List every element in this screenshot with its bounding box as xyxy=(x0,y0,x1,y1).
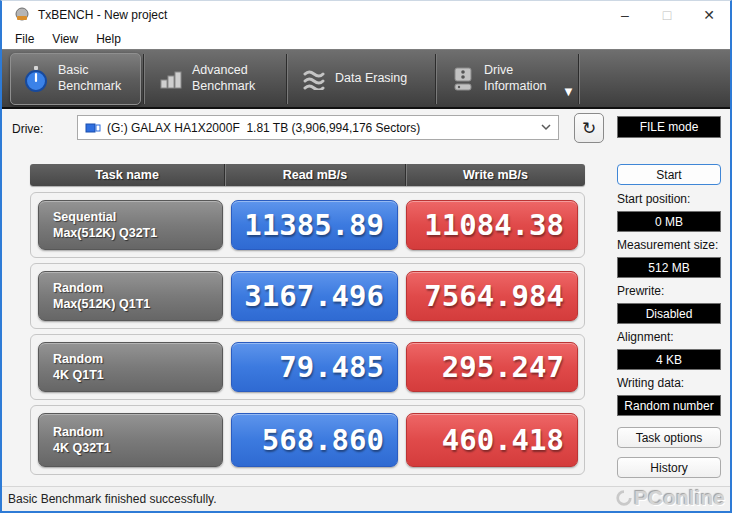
tab-label: Basic Benchmark xyxy=(58,63,128,94)
writing-data-value[interactable]: Random number xyxy=(617,395,721,416)
prewrite-label: Prewrite: xyxy=(617,284,721,298)
header-read: Read mB/s xyxy=(224,164,405,186)
toolbar-separator xyxy=(286,54,288,104)
alignment-value[interactable]: 4 KB xyxy=(617,349,721,370)
window-title: TxBENCH - New project xyxy=(38,8,167,22)
read-value: 568.860 xyxy=(231,413,398,467)
menu-bar: File View Help xyxy=(2,29,730,49)
header-task-name: Task name xyxy=(30,164,224,186)
tab-label: Advanced Benchmark xyxy=(192,63,272,94)
write-value: 460.418 xyxy=(406,413,578,467)
tab-basic-benchmark[interactable]: Basic Benchmark xyxy=(10,53,141,105)
results-table-header: Task name Read mB/s Write mB/s xyxy=(30,164,585,186)
task-name-line2: 4K Q1T1 xyxy=(53,367,222,383)
measurement-size-label: Measurement size: xyxy=(617,238,721,252)
stopwatch-icon xyxy=(23,66,49,92)
app-icon xyxy=(14,7,30,23)
bar-chart-icon xyxy=(159,67,183,91)
file-mode-label: FILE mode xyxy=(640,120,699,134)
tab-advanced-benchmark[interactable]: Advanced Benchmark xyxy=(147,53,284,105)
refresh-icon: ↻ xyxy=(582,118,596,139)
task-name-line2: Max(512K) Q32T1 xyxy=(53,225,222,241)
write-value: 11084.38 xyxy=(406,200,578,250)
window-controls: – □ ✕ xyxy=(604,1,730,29)
table-row: Random 4K Q32T1 568.860 460.418 xyxy=(30,405,585,475)
history-button[interactable]: History xyxy=(617,457,721,478)
pconline-watermark: PConline xyxy=(615,486,725,510)
write-value: 7564.984 xyxy=(406,271,578,321)
task-name-line2: 4K Q32T1 xyxy=(53,440,222,456)
close-icon[interactable]: ✕ xyxy=(688,1,730,29)
task-name-line2: Max(512K) Q1T1 xyxy=(53,296,222,312)
refresh-button[interactable]: ↻ xyxy=(574,113,604,143)
task-button-sequential-512k-q32t1[interactable]: Sequential Max(512K) Q32T1 xyxy=(38,200,223,250)
task-name-line1: Random xyxy=(53,351,222,367)
pconline-logo-icon xyxy=(615,489,633,507)
task-button-random-4k-q32t1[interactable]: Random 4K Q32T1 xyxy=(38,413,223,467)
tab-label: Data Erasing xyxy=(335,71,421,87)
writing-data-label: Writing data: xyxy=(617,376,721,390)
read-value: 3167.496 xyxy=(231,271,398,321)
start-position-value[interactable]: 0 MB xyxy=(617,211,721,232)
drive-label: Drive: xyxy=(12,122,43,136)
drive-select[interactable]: (G:) GALAX HA1X2000F 1.81 TB (3,906,994,… xyxy=(77,115,559,140)
read-value: 79.485 xyxy=(231,342,398,392)
tab-label: Drive Information xyxy=(484,63,564,94)
toolbar-overflow-arrow-icon[interactable]: ▼ xyxy=(562,84,575,99)
task-name-line1: Random xyxy=(53,280,222,296)
read-value: 11385.89 xyxy=(231,200,398,250)
start-position-label: Start position: xyxy=(617,192,721,206)
drive-combo-icon xyxy=(85,121,101,135)
toolbar-separator xyxy=(143,54,145,104)
toolbar-separator xyxy=(435,54,437,104)
title-bar: TxBENCH - New project – □ ✕ xyxy=(2,1,730,29)
task-button-random-4k-q1t1[interactable]: Random 4K Q1T1 xyxy=(38,342,223,392)
menu-file[interactable]: File xyxy=(6,29,43,49)
table-row: Random 4K Q1T1 79.485 295.247 xyxy=(30,334,585,400)
header-write: Write mB/s xyxy=(405,164,585,186)
measurement-size-value[interactable]: 512 MB xyxy=(617,257,721,278)
alignment-label: Alignment: xyxy=(617,330,721,344)
drive-icon xyxy=(451,66,475,92)
tab-drive-information[interactable]: Drive Information xyxy=(439,53,576,105)
watermark-text: PConline xyxy=(634,486,725,510)
tab-data-erasing[interactable]: Data Erasing xyxy=(290,53,433,105)
app-window: TxBENCH - New project – □ ✕ File View He… xyxy=(0,0,732,513)
menu-help[interactable]: Help xyxy=(87,29,130,49)
chevron-down-icon xyxy=(541,124,551,131)
maximize-icon[interactable]: □ xyxy=(646,1,688,29)
table-row: Random Max(512K) Q1T1 3167.496 7564.984 xyxy=(30,263,585,329)
status-text: Basic Benchmark finished successfully. xyxy=(8,492,217,506)
start-button[interactable]: Start xyxy=(617,164,721,185)
toolbar: Basic Benchmark Advanced Benchmark xyxy=(2,49,730,109)
task-name-line1: Random xyxy=(53,424,222,440)
write-value: 295.247 xyxy=(406,342,578,392)
toolbar-separator xyxy=(578,54,580,104)
file-mode-button[interactable]: FILE mode xyxy=(617,116,721,138)
menu-view[interactable]: View xyxy=(43,29,87,49)
minimize-icon[interactable]: – xyxy=(604,1,646,29)
task-button-random-512k-q1t1[interactable]: Random Max(512K) Q1T1 xyxy=(38,271,223,321)
table-row: Sequential Max(512K) Q32T1 11385.89 1108… xyxy=(30,192,585,258)
drive-value: (G:) GALAX HA1X2000F 1.81 TB (3,906,994,… xyxy=(107,121,541,135)
task-options-button[interactable]: Task options xyxy=(617,427,721,448)
waves-icon xyxy=(302,68,326,90)
prewrite-value[interactable]: Disabled xyxy=(617,303,721,324)
task-name-line1: Sequential xyxy=(53,209,222,225)
